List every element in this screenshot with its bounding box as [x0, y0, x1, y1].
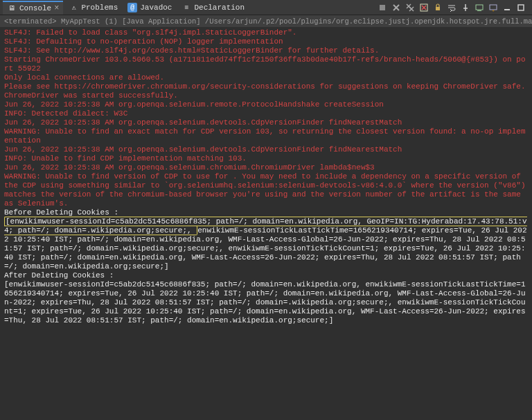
problems-icon: ⚠ — [69, 3, 78, 12]
console-line: Jun 26, 2022 10:25:38 AM org.openqa.sele… — [4, 100, 528, 109]
console-line: Please see https://chromedriver.chromium… — [4, 82, 528, 91]
declaration-icon: ≡ — [181, 3, 191, 12]
remove-launch-icon[interactable] — [391, 2, 402, 13]
tab-label: Javadoc — [140, 3, 172, 12]
remove-all-icon[interactable] — [405, 2, 416, 13]
console-line: WARNING: Unable to find version of CDP t… — [4, 172, 528, 208]
highlighted-text: [enwikimwuser-sessionId=c5ab2dc5145c6886… — [4, 217, 527, 235]
console-line: SLF4J: Failed to load class "org.slf4j.i… — [4, 28, 528, 37]
console-line: Jun 26, 2022 10:25:38 AM org.openqa.sele… — [4, 145, 528, 154]
console-line: INFO: Detected dialect: W3C — [4, 109, 528, 118]
clear-console-icon[interactable] — [418, 2, 429, 13]
tab-label: Declaration — [194, 3, 245, 12]
console-line: Only local connections are allowed. — [4, 73, 528, 82]
console-line: After Deleting Cookies : — [4, 271, 528, 280]
svg-rect-11 — [476, 5, 483, 10]
pin-console-icon[interactable] — [460, 2, 471, 13]
console-icon: 🖥 — [7, 3, 17, 13]
console-line: [enwikimwuser-sessionId=c5ab2dc5145c6886… — [4, 217, 528, 271]
tab-console[interactable]: 🖥 Console × — [3, 1, 63, 15]
svg-rect-10 — [436, 7, 440, 10]
tab-label: Console — [19, 4, 51, 12]
svg-rect-0 — [380, 5, 385, 10]
maximize-icon[interactable] — [515, 2, 526, 13]
console-line: Starting ChromeDriver 103.0.5060.53 (a17… — [4, 55, 528, 73]
terminate-icon[interactable] — [377, 2, 388, 13]
console-line: WARNING: Unable to find an exact match f… — [4, 127, 528, 145]
launch-description: <terminated> MyAppTest (1) [Java Applica… — [0, 15, 532, 27]
console-line: SLF4J: See http://www.slf4j.org/codes.ht… — [4, 46, 528, 55]
console-toolbar: + — [377, 2, 529, 13]
tab-javadoc[interactable]: @ Javadoc — [123, 1, 176, 14]
open-console-icon[interactable]: + — [488, 2, 499, 13]
tab-declaration[interactable]: ≡ Declaration — [177, 1, 249, 14]
svg-rect-16 — [518, 5, 524, 10]
scroll-lock-icon[interactable] — [432, 2, 443, 13]
view-tabs: 🖥 Console × ⚠ Problems @ Javadoc ≡ Decla… — [0, 0, 532, 15]
word-wrap-icon[interactable] — [446, 2, 457, 13]
javadoc-icon: @ — [127, 3, 137, 12]
console-output[interactable]: SLF4J: Failed to load class "org.slf4j.i… — [0, 27, 532, 420]
svg-rect-12 — [477, 10, 481, 11]
display-selected-console-icon[interactable] — [474, 2, 485, 13]
minimize-icon[interactable] — [502, 2, 513, 13]
console-line: Jun 26, 2022 10:25:38 AM org.openqa.sele… — [4, 118, 528, 127]
console-line: Jun 26, 2022 10:25:38 AM org.openqa.sele… — [4, 163, 528, 172]
svg-text:+: + — [492, 8, 495, 12]
close-icon[interactable]: × — [54, 4, 59, 12]
console-line: SLF4J: Defaulting to no-operation (NOP) … — [4, 37, 528, 46]
console-line: INFO: Unable to find CDP implementation … — [4, 154, 528, 163]
tab-label: Problems — [81, 3, 118, 12]
console-line: [enwikimwuser-sessionId=c5ab2dc5145c6886… — [4, 280, 528, 325]
console-line: ChromeDriver was started successfully. — [4, 91, 528, 100]
tab-problems[interactable]: ⚠ Problems — [64, 1, 122, 14]
